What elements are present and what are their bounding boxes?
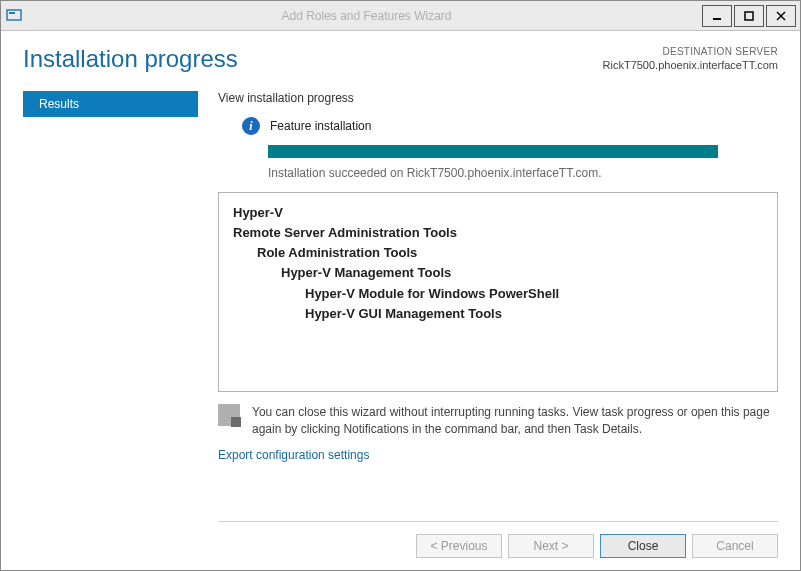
note-text: You can close this wizard without interr… [252,404,778,438]
close-wizard-button[interactable]: Close [600,534,686,558]
note-row: You can close this wizard without interr… [218,404,778,438]
svg-rect-0 [7,10,21,20]
right-panel: View installation progress i Feature ins… [218,91,778,571]
server-manager-icon [5,7,23,25]
feature-tree: Hyper-V Remote Server Administration Too… [218,192,778,392]
destination-block: DESTINATION SERVER RickT7500.phoenix.int… [603,45,778,72]
button-row: < Previous Next > Close Cancel [218,521,778,571]
tree-item: Remote Server Administration Tools [233,223,763,243]
destination-label: DESTINATION SERVER [603,45,778,58]
feature-row: i Feature installation [242,117,778,135]
destination-name: RickT7500.phoenix.interfaceTT.com [603,58,778,72]
main-row: Results View installation progress i Fea… [23,91,778,571]
status-text: Installation succeeded on RickT7500.phoe… [268,166,778,180]
close-button[interactable] [766,5,796,27]
sidebar-item-results[interactable]: Results [23,91,198,117]
sidebar: Results [23,91,198,571]
feature-label: Feature installation [270,119,371,133]
header: Installation progress DESTINATION SERVER… [23,45,778,73]
tree-item: Hyper-V [233,203,763,223]
section-label: View installation progress [218,91,778,105]
svg-rect-3 [745,12,753,20]
page-title: Installation progress [23,45,238,73]
flag-icon [218,404,240,426]
sidebar-item-label: Results [39,97,79,111]
cancel-button: Cancel [692,534,778,558]
next-button: Next > [508,534,594,558]
content: Installation progress DESTINATION SERVER… [1,31,800,571]
export-settings-link[interactable]: Export configuration settings [218,448,778,462]
tree-item: Role Administration Tools [233,243,763,263]
tree-item: Hyper-V Module for Windows PowerShell [233,284,763,304]
previous-button: < Previous [416,534,502,558]
maximize-button[interactable] [734,5,764,27]
svg-rect-1 [9,12,15,14]
titlebar: Add Roles and Features Wizard [1,1,800,31]
window-controls [700,5,796,27]
minimize-button[interactable] [702,5,732,27]
progress-bar [268,145,718,158]
info-icon: i [242,117,260,135]
tree-item: Hyper-V Management Tools [233,263,763,283]
tree-item: Hyper-V GUI Management Tools [233,304,763,324]
window-title: Add Roles and Features Wizard [33,9,700,23]
